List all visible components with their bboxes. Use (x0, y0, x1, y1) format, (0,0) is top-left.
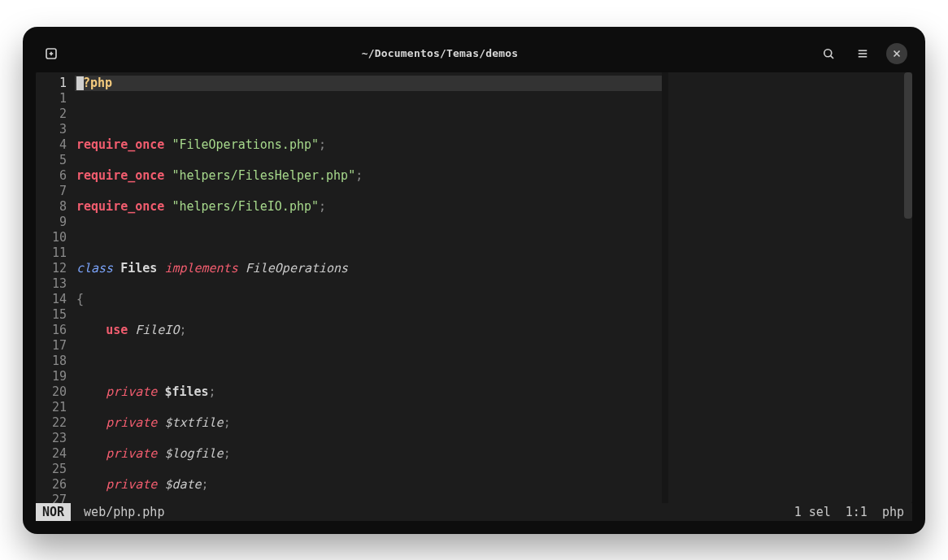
line-number: 1 (41, 76, 67, 91)
line-number: 4 (41, 137, 67, 153)
line-number: 1 (41, 91, 67, 106)
line-number: 23 (41, 431, 67, 446)
close-icon[interactable] (886, 43, 907, 64)
line-number: 13 (41, 276, 67, 292)
status-file-path: web/php.php (71, 505, 794, 519)
line-number: 17 (41, 338, 67, 354)
search-icon[interactable] (818, 43, 839, 64)
terminal-window: ~/Documentos/Temas/demos 1 1 2 3 4 5 6 7… (23, 27, 925, 534)
status-position: 1:1 (846, 505, 868, 519)
line-number: 25 (41, 462, 67, 477)
line-number: 26 (41, 477, 67, 493)
line-number: 16 (41, 323, 67, 338)
titlebar: ~/Documentos/Temas/demos (36, 40, 912, 72)
line-number: 20 (41, 384, 67, 400)
new-tab-icon[interactable] (41, 43, 62, 64)
line-number: 12 (41, 261, 67, 276)
line-number: 24 (41, 446, 67, 462)
editor-area: 1 1 2 3 4 5 6 7 8 9 10 11 12 13 14 15 16… (36, 72, 912, 503)
status-selection: 1 sel (794, 505, 831, 519)
line-number: 27 (41, 493, 67, 503)
line-number: 8 (41, 199, 67, 215)
scrollbar[interactable] (904, 72, 912, 503)
status-language: php (882, 505, 904, 519)
window-title: ~/Documentos/Temas/demos (362, 47, 519, 59)
line-number: 11 (41, 245, 67, 261)
line-number: 18 (41, 354, 67, 369)
line-gutter: 1 1 2 3 4 5 6 7 8 9 10 11 12 13 14 15 16… (36, 72, 75, 503)
statusbar: NOR web/php.php 1 sel 1:1 php (36, 503, 912, 521)
svg-line-4 (831, 55, 833, 58)
line-number: 9 (41, 215, 67, 230)
line-number: 5 (41, 153, 67, 168)
mode-indicator: NOR (36, 503, 71, 521)
code-content[interactable]: ?php require_once "FileOperations.php"; … (75, 72, 662, 503)
menu-icon[interactable] (852, 43, 873, 64)
line-number: 21 (41, 400, 67, 415)
line-number: 3 (41, 122, 67, 137)
line-number: 6 (41, 168, 67, 184)
line-number: 2 (41, 106, 67, 122)
line-number: 15 (41, 307, 67, 323)
line-number: 10 (41, 230, 67, 245)
line-number: 19 (41, 369, 67, 384)
line-number: 7 (41, 184, 67, 199)
right-pane (662, 72, 904, 503)
line-number: 14 (41, 292, 67, 307)
svg-point-3 (824, 49, 832, 56)
line-number: 22 (41, 415, 67, 431)
scrollbar-thumb[interactable] (904, 72, 912, 219)
